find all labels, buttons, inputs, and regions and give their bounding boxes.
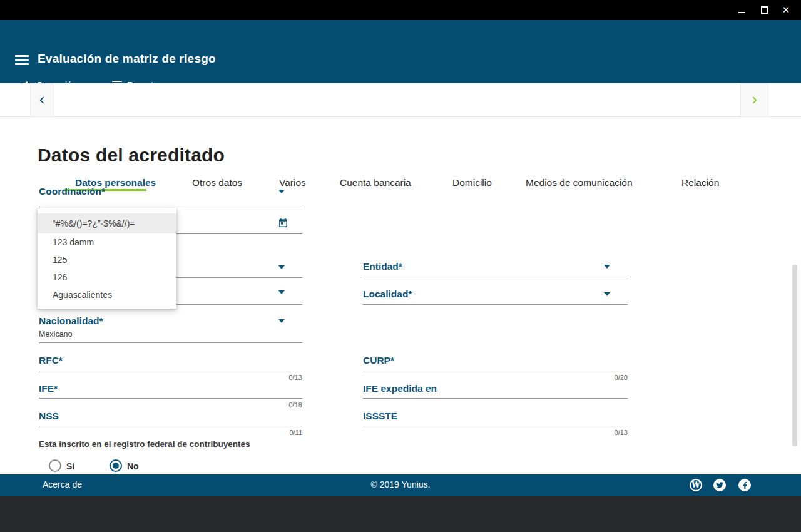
taskbar: G 12:32 PM bbox=[0, 496, 801, 532]
maximize-button[interactable] bbox=[761, 0, 771, 20]
window-titlebar: ✕ bbox=[0, 0, 801, 20]
coordinacion-field-underline[interactable] bbox=[39, 207, 302, 207]
nss-input-underline[interactable] bbox=[39, 426, 302, 426]
app-header: Evaluación de matriz de riesgo Operación… bbox=[0, 20, 801, 83]
coordinacion-dropdown-panel: “#%&/()=?¿”·$%&//)= 123 damm 125 126 Agu… bbox=[38, 208, 176, 309]
curp-label: CURP* bbox=[363, 355, 394, 366]
chevron-left-icon bbox=[35, 93, 49, 107]
radio-si-label[interactable]: Si bbox=[66, 461, 74, 471]
ife-expedida-label: IFE expedida en bbox=[363, 383, 437, 394]
nacionalidad-field-underline bbox=[39, 342, 302, 343]
issste-char-counter: 0/13 bbox=[565, 429, 628, 436]
entidad-dropdown-arrow-icon[interactable] bbox=[604, 265, 610, 269]
rfc-label: RFC* bbox=[39, 355, 63, 366]
localidad-dropdown-arrow-icon[interactable] bbox=[604, 292, 610, 296]
nss-label: NSS bbox=[39, 411, 59, 422]
chevron-right-icon bbox=[748, 93, 762, 107]
radio-no[interactable] bbox=[110, 459, 122, 472]
footer-about-link[interactable]: Acerca de bbox=[43, 479, 82, 489]
tabs-scroll-left-button[interactable] bbox=[30, 83, 54, 117]
calendar-icon[interactable] bbox=[278, 218, 288, 228]
tab-varios[interactable]: Varios bbox=[279, 177, 306, 188]
entidad-label: Entidad* bbox=[363, 261, 402, 272]
twitter-icon[interactable] bbox=[713, 479, 726, 491]
minimize-button[interactable] bbox=[738, 0, 748, 20]
ife-expedida-input-underline[interactable] bbox=[363, 398, 628, 399]
maximize-icon bbox=[761, 6, 768, 14]
tab-domicilio[interactable]: Domicilio bbox=[452, 177, 492, 188]
minimize-icon bbox=[738, 12, 745, 13]
coordinacion-label: Coordinación* bbox=[39, 186, 105, 197]
select-dropdown-arrow-icon[interactable] bbox=[278, 265, 285, 269]
localidad-label: Localidad* bbox=[363, 289, 412, 300]
tab-relacion[interactable]: Relación bbox=[681, 177, 719, 188]
footer-copyright: © 2019 Yunius. bbox=[371, 479, 431, 489]
screen: ✕ Evaluación de matriz de riesgo Operaci… bbox=[0, 0, 801, 532]
localidad-field-underline[interactable] bbox=[363, 304, 628, 305]
nacionalidad-label: Nacionalidad* bbox=[39, 315, 103, 327]
app-title: Evaluación de matriz de riesgo bbox=[38, 52, 216, 66]
section-tab-bar: Datos personales Otros datos Varios Cuen… bbox=[0, 83, 801, 117]
nacionalidad-dropdown-arrow-icon[interactable] bbox=[278, 319, 285, 323]
registro-federal-question-label: Esta inscrito en el registro federal de … bbox=[39, 439, 250, 449]
curp-input-underline[interactable] bbox=[363, 371, 628, 371]
tab-medios-comunicacion[interactable]: Medios de comunicación bbox=[526, 177, 633, 188]
dropdown-option[interactable]: Aguascalientes bbox=[38, 286, 176, 304]
select-dropdown-arrow-icon[interactable] bbox=[278, 290, 285, 294]
issste-label: ISSSTE bbox=[363, 411, 397, 422]
radio-si[interactable] bbox=[49, 459, 61, 472]
footer: Acerca de © 2019 Yunius. W bbox=[0, 474, 801, 496]
coordinacion-dropdown-arrow-icon[interactable] bbox=[278, 190, 285, 193]
page-title: Datos del acreditado bbox=[38, 145, 225, 166]
dropdown-option[interactable]: “#%&/()=?¿”·$%&//)= bbox=[38, 213, 176, 233]
tabs-scroll-right-button[interactable] bbox=[740, 83, 768, 117]
nss-char-counter: 0/11 bbox=[240, 429, 302, 436]
wordpress-icon[interactable]: W bbox=[690, 479, 702, 491]
close-button[interactable]: ✕ bbox=[781, 0, 791, 20]
nacionalidad-value[interactable]: Mexicano bbox=[39, 330, 73, 339]
ife-char-counter: 0/18 bbox=[240, 401, 302, 409]
dropdown-option[interactable]: 125 bbox=[38, 251, 176, 269]
tab-otros-datos[interactable]: Otros datos bbox=[192, 177, 242, 188]
curp-char-counter: 0/20 bbox=[565, 374, 628, 381]
dropdown-option[interactable]: 123 damm bbox=[38, 233, 176, 251]
rfc-char-counter: 0/13 bbox=[240, 374, 302, 381]
dropdown-option[interactable]: 126 bbox=[38, 269, 176, 286]
scrollbar-thumb[interactable] bbox=[792, 265, 797, 446]
tab-cuenta-bancaria[interactable]: Cuenta bancaria bbox=[340, 177, 411, 188]
radio-no-label[interactable]: No bbox=[127, 461, 139, 471]
issste-input-underline[interactable] bbox=[363, 426, 628, 426]
rfc-input-underline[interactable] bbox=[39, 371, 302, 371]
entidad-field-underline[interactable] bbox=[363, 277, 628, 277]
hamburger-menu-icon[interactable] bbox=[15, 55, 29, 65]
ife-input-underline[interactable] bbox=[39, 398, 302, 399]
facebook-icon[interactable] bbox=[738, 479, 751, 491]
ife-label: IFE* bbox=[39, 383, 58, 394]
